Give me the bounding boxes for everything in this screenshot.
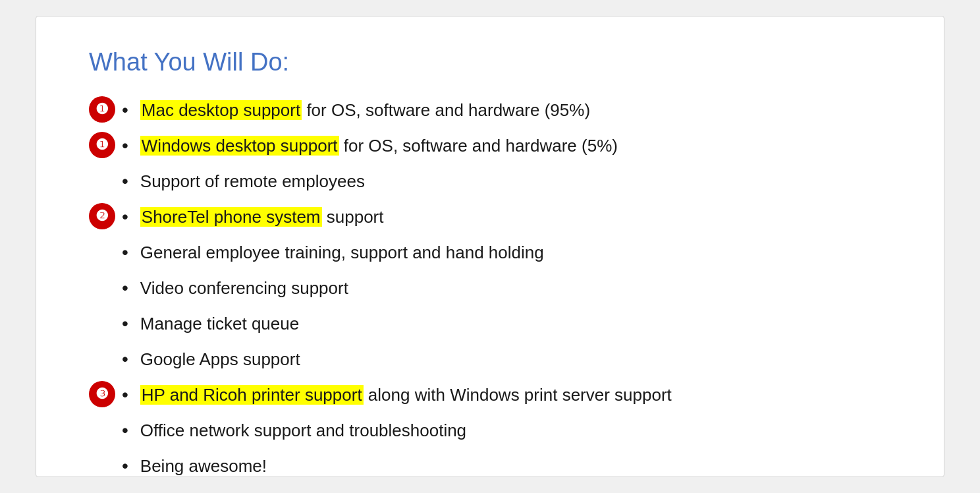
item-text: Manage ticket queue <box>140 311 299 337</box>
list-item: •Video conferencing support <box>89 273 904 303</box>
bullet-item: •Being awesome! <box>122 451 267 481</box>
highlighted-text: HP and Ricoh printer support <box>140 385 364 405</box>
list-item: •Google Apps support <box>89 344 904 374</box>
bullet-item: •Video conferencing support <box>122 273 348 303</box>
item-text: Windows desktop support for OS, software… <box>140 133 618 159</box>
rest-text: support <box>322 207 384 227</box>
bullet-dot: • <box>122 381 128 409</box>
highlighted-text: Mac desktop support <box>140 100 302 120</box>
rest-text: for OS, software and hardware (5%) <box>339 136 618 156</box>
bullet-dot: • <box>122 96 128 124</box>
list-item: •General employee training, support and … <box>89 237 904 268</box>
bullet-item: •HP and Ricoh printer support along with… <box>122 380 672 410</box>
list-item: ❶•Mac desktop support for OS, software a… <box>89 95 904 125</box>
badge-placeholder <box>89 273 115 299</box>
list-item: •Manage ticket queue <box>89 308 904 339</box>
list-item: •Support of remote employees <box>89 166 904 196</box>
bullet-dot: • <box>122 132 128 160</box>
item-text: HP and Ricoh printer support along with … <box>140 382 672 408</box>
rest-text: for OS, software and hardware (95%) <box>302 100 590 120</box>
content-area: ❶•Mac desktop support for OS, software a… <box>89 95 904 481</box>
item-text: Being awesome! <box>140 453 267 479</box>
bullet-dot: • <box>122 167 128 195</box>
numbered-badge: ❸ <box>89 381 115 407</box>
bullet-item: •Support of remote employees <box>122 166 365 196</box>
highlighted-text: Windows desktop support <box>140 136 339 156</box>
item-text: Office network support and troubleshooti… <box>140 418 466 444</box>
list-item: ❶•Windows desktop support for OS, softwa… <box>89 130 904 161</box>
item-text: Mac desktop support for OS, software and… <box>140 98 590 123</box>
bullet-dot: • <box>122 274 128 302</box>
highlighted-text: ShoreTel phone system <box>140 207 322 227</box>
bullet-item: •ShoreTel phone system support <box>122 202 383 232</box>
item-text: General employee training, support and h… <box>140 240 544 266</box>
bullet-item: •Office network support and troubleshoot… <box>122 415 466 446</box>
rest-text: along with Windows print server support <box>364 385 672 405</box>
bullet-dot: • <box>122 417 128 444</box>
bullet-dot: • <box>122 239 128 266</box>
slide-title: What You Will Do: <box>89 48 904 76</box>
bullet-item: •Manage ticket queue <box>122 308 299 339</box>
list-item: ❸•HP and Ricoh printer support along wit… <box>89 380 904 410</box>
badge-placeholder <box>89 308 115 335</box>
numbered-badge: ❷ <box>89 203 115 229</box>
slide: What You Will Do: ❶•Mac desktop support … <box>36 16 944 477</box>
list-item: •Office network support and troubleshoot… <box>89 415 904 446</box>
bullet-item: •Mac desktop support for OS, software an… <box>122 95 590 125</box>
bullet-item: •Windows desktop support for OS, softwar… <box>122 130 618 161</box>
numbered-badge: ❶ <box>89 96 115 123</box>
badge-placeholder <box>89 415 115 442</box>
item-text: Google Apps support <box>140 347 300 372</box>
badge-placeholder <box>89 344 115 370</box>
item-text: Video conferencing support <box>140 276 348 301</box>
numbered-badge: ❶ <box>89 132 115 158</box>
badge-placeholder <box>89 166 115 192</box>
bullet-dot: • <box>122 345 128 373</box>
badge-placeholder <box>89 451 115 477</box>
bullet-item: •General employee training, support and … <box>122 237 544 268</box>
bullet-item: •Google Apps support <box>122 344 300 374</box>
bullet-dot: • <box>122 310 128 337</box>
list-item: •Being awesome! <box>89 451 904 481</box>
item-text: Support of remote employees <box>140 169 365 194</box>
list-item: ❷•ShoreTel phone system support <box>89 202 904 232</box>
bullet-dot: • <box>122 203 128 231</box>
item-text: ShoreTel phone system support <box>140 204 384 230</box>
badge-placeholder <box>89 237 115 264</box>
bullet-dot: • <box>122 452 128 480</box>
